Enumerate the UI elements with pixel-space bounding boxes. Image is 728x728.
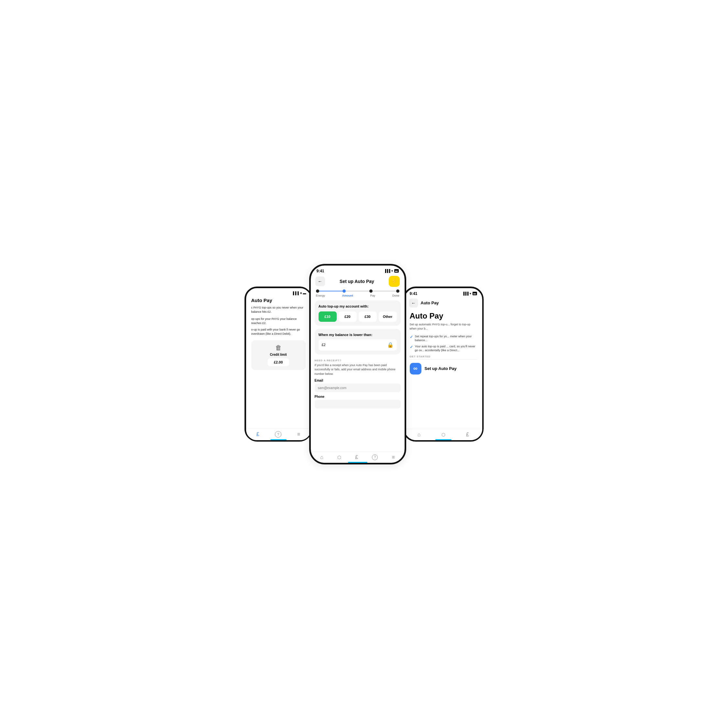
phone-left: ▐▐▐ ▾ ▬ Auto Pay c PAYG top-ups so you n… [245,286,312,442]
step-dot-amount [343,289,346,293]
progress-container: Energy Amount Pay Done [311,289,405,298]
center-nav-help[interactable]: ? [372,454,378,460]
left-nav-indicator [271,439,286,440]
email-label: Email [315,379,401,382]
receipt-section: NEED A RECEIPT? If you'd like a receipt … [315,358,401,414]
right-page-title: Auto Pay [421,300,439,305]
center-page-title: Set up Auto Pay [340,279,374,284]
step-label-amount: Amount [342,294,353,297]
center-nav-menu[interactable]: ≡ [392,454,395,460]
auto-topup-section: Auto top-up my account with: £10 £20 £30… [315,300,401,326]
auto-topup-title: Auto top-up my account with: [318,304,397,308]
center-header: ← Set up Auto Pay ⚡ [311,275,405,289]
phone-input-group: Phone [315,395,401,408]
lock-icon: 🔒 [387,342,394,348]
right-nav-pound[interactable]: £ [466,432,469,437]
right-nav-indicator [435,439,451,440]
step-line-1 [319,291,343,291]
right-bullet-1: ✓ Set repeat top-ups for yo... meter whe… [410,334,477,343]
center-battery-icon: ▬ [394,269,399,273]
center-status-time: 9:41 [317,269,324,273]
step-line-3 [373,291,396,291]
right-status-bar: 9:41 ▐▐▐ ▾ ▬ [405,288,482,297]
left-nav-bar: £ ? ≡ [246,428,311,440]
receipt-label: NEED A RECEIPT? [315,359,401,362]
check-icon-2: ✓ [410,345,413,349]
setup-autopay-button[interactable]: ∞ Set up Auto Pay [410,363,477,375]
left-status-bar: ▐▐▐ ▾ ▬ [246,288,311,296]
right-battery-icon: ▬ [473,292,477,295]
nav-pound-icon[interactable]: £ [257,431,259,437]
trash-icon: 🗑 [275,344,282,352]
amount-10-button[interactable]: £10 [318,312,336,322]
phone-label: Phone [315,395,401,398]
step-dot-pay [369,289,373,293]
left-page-title: Auto Pay [251,298,306,303]
step-line-2 [346,291,369,291]
phone-right: 9:41 ▐▐▐ ▾ ▬ ← Auto Pay Auto Pay Set up … [403,286,484,442]
right-body: Auto Pay Set up automatic PAYG top-u... … [405,310,482,429]
left-phone-content: ▐▐▐ ▾ ▬ Auto Pay c PAYG top-ups so you n… [246,288,311,440]
center-wifi-icon: ▾ [392,269,393,273]
left-signal-icon: ▐▐▐ [292,291,298,295]
center-nav-home[interactable]: ⌂ [320,454,323,460]
bullet-text-1: Set repeat top-ups for yo... meter when … [415,334,477,343]
step-label-done: Done [392,294,399,297]
step-label-energy: Energy [316,294,325,297]
right-nav-home[interactable]: ⌂ [418,432,421,437]
balance-section: When my balance is lower than: £2 🔒 [315,329,401,355]
nav-menu-icon[interactable]: ≡ [297,431,300,437]
step-labels: Energy Amount Pay Done [316,294,399,297]
right-desc: Set up automatic PAYG top-u... forget to… [410,323,477,331]
get-started-label: GET STARTED [410,355,477,358]
center-status-icons: ▐▐▐ ▾ ▬ [384,269,398,273]
left-battery-icon: ▬ [303,291,306,295]
right-status-time: 9:41 [410,291,418,296]
center-nav-graph[interactable]: ⬡ [337,455,341,460]
step-dot-done [396,289,399,293]
check-icon-1: ✓ [410,335,413,339]
balance-value: £2 [322,343,326,347]
balance-title: When my balance is lower than: [318,333,397,336]
email-input[interactable] [315,384,401,392]
right-nav-graph[interactable]: ⬡ [442,432,445,437]
amount-other-button[interactable]: Other [379,312,397,322]
right-header: ← Auto Pay [405,297,482,310]
amount-30-button[interactable]: £30 [359,312,377,322]
left-text-2: op-ups for your PAYG your balance reache… [251,317,306,326]
phone-input[interactable] [315,400,401,408]
progress-dots [316,289,399,293]
center-nav-pound[interactable]: £ [355,454,358,460]
right-phone-content: 9:41 ▐▐▐ ▾ ▬ ← Auto Pay Auto Pay Set up … [405,288,482,440]
setup-autopay-label: Set up Auto Pay [425,366,457,371]
step-dot-energy [316,289,319,293]
phone-center: 9:41 ▐▐▐ ▾ ▬ ← Set up Auto Pay ⚡ [309,264,406,464]
credit-limit-label: Credit limit [270,353,286,356]
balance-input-row[interactable]: £2 🔒 [318,339,397,350]
right-signal-icon: ▐▐▐ [462,292,468,295]
back-button[interactable]: ← [315,277,325,286]
left-header: Auto Pay [246,296,311,305]
center-signal-icon: ▐▐▐ [384,269,390,273]
nav-help-icon[interactable]: ? [275,431,281,437]
left-text-1: c PAYG top-ups so you never when your ba… [251,306,306,314]
left-text-3: o-up is paid with your bank ll never go … [251,327,306,336]
center-nav-indicator [348,462,367,463]
left-wifi-icon: ▾ [300,291,302,295]
center-status-bar: 9:41 ▐▐▐ ▾ ▬ [311,266,405,275]
right-main-title: Auto Pay [410,312,477,321]
bullet-text-2: Your auto top-up is paid ... card, so yo… [415,344,477,353]
right-wifi-icon: ▾ [470,292,471,295]
infinity-icon: ∞ [410,363,421,375]
step-label-pay: Pay [370,294,375,297]
center-body: Auto top-up my account with: £10 £20 £30… [311,298,405,451]
amount-options-row: £10 £20 £30 Other [318,312,397,322]
receipt-desc: If you'd like a receipt when your Auto P… [315,363,401,376]
screen-container: ▐▐▐ ▾ ▬ Auto Pay c PAYG top-ups so you n… [219,251,510,477]
right-back-button[interactable]: ← [409,298,418,307]
email-input-group: Email [315,379,401,392]
lightning-button[interactable]: ⚡ [389,276,400,287]
credit-limit-card: 🗑 Credit limit £2.00 [251,340,306,370]
amount-20-button[interactable]: £20 [339,312,357,322]
credit-limit-value: £2.00 [268,358,289,366]
